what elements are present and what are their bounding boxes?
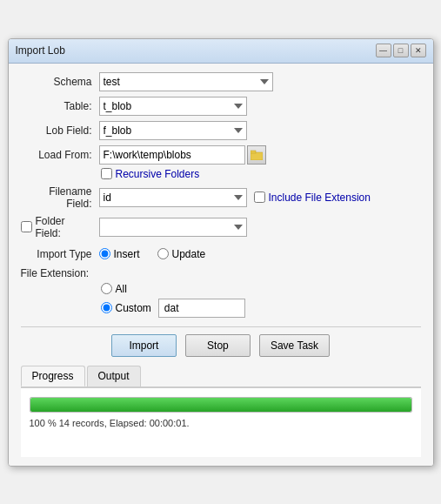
table-control: t_blob	[99, 97, 421, 116]
progress-bar-fill	[30, 398, 411, 412]
window-controls: — □ ✕	[376, 44, 426, 57]
recursive-row: Recursive Folders	[101, 168, 421, 180]
include-ext-text: Include File Extension	[269, 192, 371, 204]
include-ext-checkbox[interactable]	[254, 192, 265, 203]
import-type-label: Import Type	[21, 248, 99, 260]
folder-field-row: Folder Field:	[21, 215, 421, 239]
folder-field-select[interactable]	[99, 218, 247, 237]
recursive-label-text: Recursive Folders	[116, 168, 200, 180]
file-ext-custom-text: Custom	[116, 302, 151, 314]
folder-icon	[251, 150, 263, 160]
import-insert-radio[interactable]	[99, 248, 110, 259]
file-ext-all-label[interactable]: All	[101, 283, 127, 295]
file-ext-all-text: All	[116, 283, 127, 295]
import-insert-label[interactable]: Insert	[99, 248, 140, 260]
maximize-button[interactable]: □	[393, 44, 409, 57]
file-ext-all-row: All	[101, 283, 421, 295]
lob-field-label: Lob Field:	[21, 124, 99, 137]
lob-field-select[interactable]: f_blob	[99, 121, 247, 140]
folder-field-checkbox[interactable]	[21, 221, 32, 232]
schema-select[interactable]: test	[99, 72, 273, 91]
tabs-bar: Progress Output	[21, 366, 421, 387]
lob-field-row: Lob Field: f_blob	[21, 121, 421, 140]
import-type-group: Insert Update	[99, 248, 206, 260]
import-update-text: Update	[172, 248, 206, 260]
close-button[interactable]: ✕	[411, 44, 426, 57]
minimize-button[interactable]: —	[376, 44, 391, 57]
form-content: Schema test Table: t_blob Lob Field: f_b…	[9, 64, 433, 466]
recursive-checkbox[interactable]	[101, 168, 112, 179]
filename-field-select[interactable]: id	[99, 188, 247, 207]
file-ext-section: File Extension: All Custom	[21, 267, 421, 318]
stop-button[interactable]: Stop	[185, 334, 251, 357]
filename-field-label: Filename Field:	[21, 185, 99, 210]
tab-content-progress: 100 % 14 records, Elapsed: 00:00:01.	[21, 387, 421, 457]
include-ext-label[interactable]: Include File Extension	[254, 192, 371, 204]
table-row: Table: t_blob	[21, 97, 421, 116]
svg-rect-1	[251, 151, 256, 153]
file-ext-custom-radio[interactable]	[101, 302, 112, 313]
import-insert-text: Insert	[114, 248, 140, 260]
file-ext-custom-input[interactable]	[158, 299, 245, 318]
import-lob-window: Import Lob — □ ✕ Schema test Table: t_bl…	[8, 38, 434, 467]
load-from-input[interactable]	[99, 145, 245, 165]
progress-status-text: 100 % 14 records, Elapsed: 00:00:01.	[30, 418, 412, 428]
window-title: Import Lob	[16, 44, 65, 57]
import-update-label[interactable]: Update	[157, 248, 206, 260]
import-button[interactable]: Import	[111, 334, 177, 357]
button-row: Import Stop Save Task	[21, 334, 421, 357]
load-from-row: Load From:	[21, 145, 421, 165]
import-update-radio[interactable]	[157, 248, 169, 259]
schema-control: test	[99, 72, 421, 91]
filename-field-row: Filename Field: id Include File Extensio…	[21, 185, 421, 210]
table-label: Table:	[21, 100, 99, 112]
separator	[21, 326, 421, 327]
save-task-button[interactable]: Save Task	[259, 334, 330, 357]
progress-bar-container	[30, 397, 412, 413]
folder-field-checkbox-label[interactable]: Folder Field:	[21, 215, 99, 239]
table-select[interactable]: t_blob	[99, 97, 247, 116]
folder-field-label: Folder Field:	[36, 215, 92, 239]
file-ext-custom-label[interactable]: Custom	[101, 302, 151, 314]
tab-progress[interactable]: Progress	[21, 366, 85, 386]
file-ext-all-radio[interactable]	[101, 283, 112, 294]
recursive-checkbox-label[interactable]: Recursive Folders	[101, 168, 200, 180]
file-ext-custom-row: Custom	[101, 299, 421, 318]
svg-rect-0	[251, 152, 263, 160]
schema-row: Schema test	[21, 72, 421, 91]
lob-field-control: f_blob	[99, 121, 421, 140]
tab-output[interactable]: Output	[87, 366, 141, 386]
import-type-row: Import Type Insert Update	[21, 248, 421, 260]
browse-button[interactable]	[247, 145, 266, 165]
file-ext-label: File Extension:	[21, 267, 421, 279]
title-bar: Import Lob — □ ✕	[9, 39, 433, 64]
load-from-label: Load From:	[21, 149, 99, 161]
schema-label: Schema	[21, 76, 99, 88]
